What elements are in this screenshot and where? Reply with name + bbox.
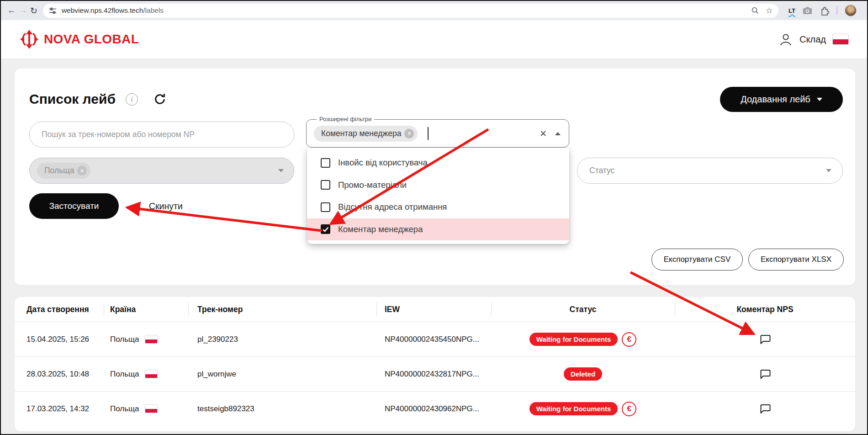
filter-option-label: Промо-матеріали (338, 180, 407, 190)
filters-card: Список лейб i Додавання лейб Розширені ф… (15, 69, 855, 285)
col-comment: Коментар NPS (675, 297, 855, 322)
export-csv-button[interactable]: Експортувати CSV (651, 249, 743, 271)
cell-comment (675, 334, 855, 345)
cell-comment (675, 368, 855, 380)
comment-icon[interactable] (759, 368, 771, 380)
poland-flag-icon (145, 404, 158, 413)
user-zone[interactable]: Склад (778, 32, 849, 47)
euro-icon: € (622, 332, 636, 347)
checkbox-unchecked-icon[interactable] (321, 202, 330, 212)
brand: NOVA GLOBAL (19, 29, 139, 49)
zoom-icon[interactable] (751, 6, 759, 15)
checkbox-unchecked-icon[interactable] (321, 158, 330, 168)
cell-country: Польща (104, 404, 188, 414)
status-badge: Waiting for Documents (529, 402, 618, 415)
advanced-filters-dropdown: Інвойс від користувача Промо-матеріали В… (307, 148, 569, 244)
site-info-icon[interactable] (48, 6, 57, 15)
table-header: Дата створення Країна Трек-номер IEW Ста… (15, 297, 855, 322)
app-header: NOVA GLOBAL Склад (1, 20, 867, 59)
country-chip-label: Польща (44, 166, 74, 175)
cell-status: Waiting for Documents € (491, 402, 675, 416)
filter-option[interactable]: Відсутня адреса отримання (307, 196, 569, 218)
address-bar[interactable]: webview.nps.42flows.tech/labels ☆ (43, 4, 778, 18)
cell-date: 28.03.2025, 10:48 (15, 370, 104, 379)
filter-option-label: Інвойс від користувача (338, 158, 428, 168)
url-text: webview.nps.42flows.tech/labels (62, 6, 745, 15)
advanced-filters-field[interactable]: Розширені фільтри Коментар менеджера ✕ ✕ (306, 119, 569, 148)
country-label: Польща (110, 370, 139, 379)
lt-extension-icon[interactable]: LT (789, 7, 795, 14)
filter-option[interactable]: Інвойс від користувача (307, 152, 569, 174)
filter-option[interactable]: Промо-матеріали (307, 174, 569, 196)
add-labels-button[interactable]: Додавання лейб (720, 87, 843, 112)
euro-icon: € (622, 402, 636, 416)
chip-delete-icon: ✕ (77, 166, 87, 175)
refresh-icon[interactable] (153, 92, 167, 108)
page: ← → ↻ webview.nps.42flows.tech/labels ☆ … (0, 0, 868, 435)
brand-name: NOVA GLOBAL (44, 32, 139, 47)
col-track: Трек-номер (188, 297, 376, 322)
browser-extensions-area: LT ⋮ (789, 5, 868, 16)
checkbox-checked-icon[interactable] (321, 224, 330, 234)
cell-status: Waiting for Documents € (491, 332, 675, 347)
cell-date: 17.03.2025, 14:32 (15, 404, 104, 414)
toolbar-separator (836, 6, 837, 15)
status-select[interactable]: Статус (577, 158, 843, 184)
forward-icon[interactable]: → (19, 4, 27, 17)
country-select-disabled: Польща ✕ (29, 158, 294, 184)
user-icon (778, 32, 793, 47)
poland-flag-icon (145, 335, 158, 344)
user-name: Склад (799, 34, 826, 45)
bookmark-star-icon[interactable]: ☆ (766, 5, 773, 16)
browser-menu-icon[interactable]: ⋮ (864, 6, 868, 16)
poland-flag-icon (145, 370, 158, 378)
labels-table: Дата створення Країна Трек-номер IEW Ста… (15, 297, 855, 431)
country-label: Польща (110, 335, 139, 344)
status-badge: Waiting for Documents (529, 333, 618, 346)
chevron-down-icon (826, 169, 831, 172)
brand-logo-icon (19, 29, 39, 49)
filter-option-selected[interactable]: Коментар менеджера (307, 218, 569, 241)
cell-iew: NP40000002432817NPG... (376, 370, 491, 379)
col-country: Країна (104, 297, 188, 322)
country-chip: Польща ✕ (37, 163, 90, 179)
browser-toolbar: ← → ↻ webview.nps.42flows.tech/labels ☆ … (1, 1, 867, 20)
info-icon[interactable]: i (126, 93, 138, 106)
filter-chip-label: Коментар менеджера (321, 129, 401, 138)
filter-option-label: Відсутня адреса отримання (338, 202, 447, 212)
camera-extension-icon[interactable] (803, 6, 812, 15)
cell-country: Польща (104, 370, 188, 379)
cell-track: pl_wornjwe (188, 370, 376, 379)
back-icon[interactable]: ← (7, 4, 16, 17)
status-placeholder: Статус (589, 166, 614, 175)
reload-icon[interactable]: ↻ (30, 4, 37, 17)
filter-option-label: Коментар менеджера (338, 224, 423, 234)
cell-track: testseigb892323 (188, 404, 376, 414)
browser-profile-avatar[interactable] (845, 5, 857, 16)
checkbox-unchecked-icon[interactable] (321, 180, 330, 190)
url-domain: webview.nps.42flows.tech (62, 6, 143, 14)
comment-icon[interactable] (759, 403, 771, 415)
chevron-up-icon[interactable] (555, 132, 561, 135)
table-row[interactable]: 17.03.2025, 14:32 Польща testseigb892323… (15, 391, 855, 426)
chevron-down-icon (817, 98, 822, 101)
cell-iew: NP40000002435450NPG... (376, 335, 491, 344)
country-label: Польща (110, 404, 139, 414)
search-input[interactable] (29, 122, 294, 148)
table-row[interactable]: 28.03.2025, 10:48 Польща pl_wornjwe NP40… (15, 356, 855, 391)
reset-button[interactable]: Скинути (149, 193, 183, 219)
extensions-puzzle-icon[interactable] (820, 6, 829, 16)
chevron-down-icon (278, 169, 284, 172)
col-date: Дата створення (15, 297, 104, 322)
chip-delete-icon[interactable]: ✕ (404, 129, 414, 138)
cell-iew: NP40000002430962NPG... (376, 404, 491, 414)
filter-chip: Коментар менеджера ✕ (314, 126, 418, 142)
text-cursor (428, 127, 429, 140)
apply-button[interactable]: Застосувати (29, 193, 119, 219)
comment-icon[interactable] (759, 334, 771, 345)
table-row[interactable]: 15.04.2025, 15:26 Польща pl_2390223 NP40… (15, 322, 855, 356)
cell-country: Польща (104, 335, 188, 344)
export-xlsx-button[interactable]: Експортувати XLSX (748, 249, 844, 271)
advanced-filters-label: Розширені фільтри (317, 116, 374, 122)
clear-icon[interactable]: ✕ (540, 128, 547, 139)
